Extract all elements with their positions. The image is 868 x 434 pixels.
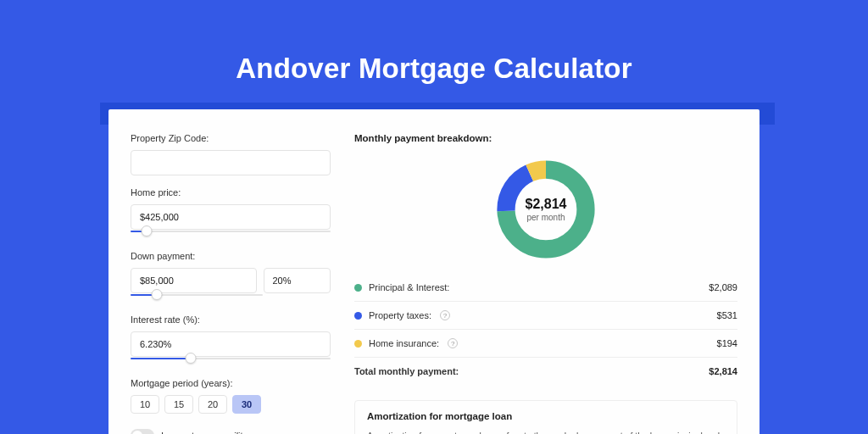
page-title: Andover Mortgage Calculator (0, 53, 868, 85)
legend-value: $2,814 (709, 366, 737, 376)
donut-chart: $2,814 per month (493, 157, 598, 262)
down-payment-percent-field[interactable] (264, 268, 331, 293)
interest-rate-label: Interest rate (%): (131, 314, 331, 325)
breakdown-panel: Monthly payment breakdown: $2,814 per mo… (346, 109, 760, 434)
zip-label: Property Zip Code: (131, 133, 331, 143)
veteran-row: I am veteran or military (131, 429, 331, 434)
legend-label: Total monthly payment: (354, 366, 459, 376)
breakdown-title: Monthly payment breakdown: (354, 133, 737, 143)
home-price-input[interactable] (140, 212, 321, 222)
mortgage-period-label: Mortgage period (years): (131, 378, 331, 388)
mortgage-period-group: Mortgage period (years): 10152030 (131, 378, 331, 414)
info-icon[interactable]: ? (448, 338, 458, 348)
down-payment-amount-input[interactable] (140, 275, 248, 286)
mortgage-period-options: 10152030 (131, 395, 331, 414)
legend-row-principal: Principal & Interest: $2,089 (354, 274, 737, 302)
veteran-label: I am veteran or military (161, 431, 256, 434)
legend-value: $531 (717, 310, 737, 320)
legend-dot-icon (354, 340, 362, 348)
legend-dot-icon (354, 284, 362, 292)
legend-dot-icon (354, 312, 362, 320)
down-payment-slider[interactable] (131, 292, 263, 303)
zip-field[interactable] (131, 150, 331, 175)
mortgage-period-button[interactable]: 15 (164, 395, 193, 414)
home-price-group: Home price: (131, 187, 331, 239)
interest-rate-input[interactable] (140, 339, 321, 349)
mortgage-period-button[interactable]: 30 (232, 395, 261, 414)
interest-rate-slider[interactable] (131, 356, 331, 366)
legend-row-insurance: Home insurance: ? $194 (354, 330, 737, 358)
zip-group: Property Zip Code: (131, 133, 331, 175)
mortgage-period-button[interactable]: 10 (131, 395, 159, 414)
legend-value: $194 (717, 338, 737, 348)
legend-row-total: Total monthly payment: $2,814 (354, 358, 737, 385)
amortization-card: Amortization for mortgage loan Amortizat… (354, 400, 737, 434)
donut-sub: per month (526, 213, 565, 222)
down-payment-group: Down payment: (131, 251, 331, 303)
home-price-slider[interactable] (131, 229, 331, 239)
info-icon[interactable]: ? (440, 310, 450, 320)
down-payment-amount-field[interactable] (131, 268, 257, 293)
home-price-field[interactable] (131, 204, 331, 230)
veteran-toggle[interactable] (131, 429, 154, 434)
donut-amount: $2,814 (526, 197, 567, 212)
legend-label: Home insurance: (369, 338, 439, 348)
inputs-panel: Property Zip Code: Home price: Down paym… (108, 109, 346, 434)
legend-row-taxes: Property taxes: ? $531 (354, 302, 737, 330)
mortgage-period-button[interactable]: 20 (198, 395, 227, 414)
down-payment-percent-input[interactable] (273, 275, 322, 286)
donut-chart-wrap: $2,814 per month (354, 152, 737, 274)
legend-value: $2,089 (709, 282, 737, 292)
slider-thumb[interactable] (152, 289, 163, 300)
interest-rate-group: Interest rate (%): (131, 314, 331, 366)
slider-thumb[interactable] (185, 353, 196, 364)
legend-label: Property taxes: (369, 310, 431, 320)
amortization-text: Amortization for a mortgage loan refers … (367, 430, 725, 434)
down-payment-label: Down payment: (131, 251, 331, 261)
legend-label: Principal & Interest: (369, 282, 449, 292)
interest-rate-field[interactable] (131, 331, 331, 357)
zip-input[interactable] (140, 158, 321, 168)
legend: Principal & Interest: $2,089 Property ta… (354, 274, 737, 385)
amortization-heading: Amortization for mortgage loan (367, 411, 725, 421)
home-price-label: Home price: (131, 187, 331, 198)
slider-thumb[interactable] (141, 225, 152, 236)
calculator-card: Property Zip Code: Home price: Down paym… (108, 109, 760, 434)
